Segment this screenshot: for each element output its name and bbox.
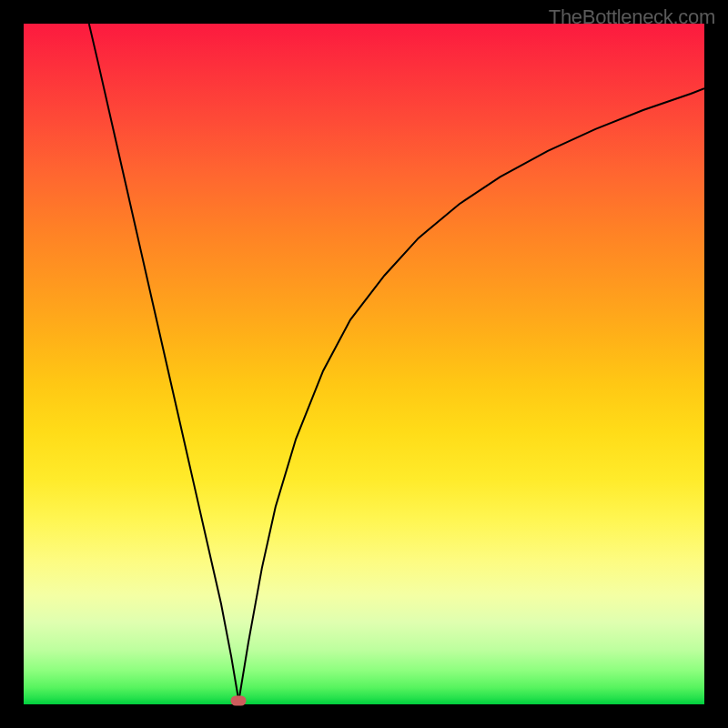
curve-right-branch (238, 88, 704, 701)
watermark-text: TheBottleneck.com (549, 5, 715, 29)
chart-plot-area (24, 24, 704, 704)
bottleneck-curve (24, 24, 704, 704)
optimum-marker (231, 696, 247, 706)
curve-left-branch (89, 24, 239, 701)
